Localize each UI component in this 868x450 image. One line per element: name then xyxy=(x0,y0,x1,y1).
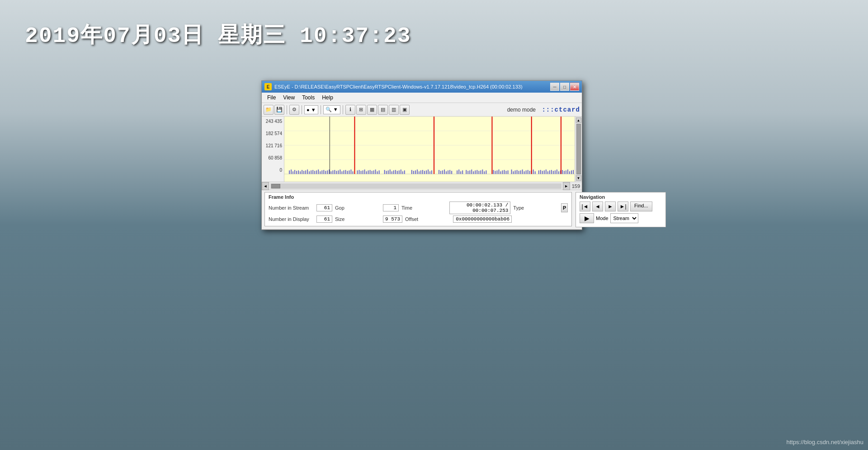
svg-rect-124 xyxy=(535,171,536,174)
svg-rect-5 xyxy=(289,170,290,174)
svg-rect-60 xyxy=(395,170,396,174)
tb-separator-2 xyxy=(302,105,302,114)
fi-row-stream: Number in Stream 61 Gop 1 Time 00:00:02.… xyxy=(269,202,568,214)
mode-select[interactable]: Stream Frame GOP xyxy=(610,213,638,223)
scroll-left-button[interactable]: ◄ xyxy=(262,182,269,190)
type-value: P xyxy=(563,205,566,211)
svg-rect-51 xyxy=(375,169,376,174)
svg-rect-31 xyxy=(336,171,337,174)
h-scroll-end: 159 xyxy=(570,183,582,189)
tb-layout4-button[interactable]: ▣ xyxy=(400,105,410,115)
menu-view[interactable]: View xyxy=(279,94,298,102)
svg-rect-39 xyxy=(350,169,351,174)
tb-open-button[interactable]: 📁 xyxy=(264,105,274,115)
svg-rect-101 xyxy=(486,170,486,174)
frame-info-title: Frame Info xyxy=(269,194,568,200)
h-scroll-track[interactable] xyxy=(270,183,561,189)
mode-label: Mode xyxy=(596,216,609,221)
scroll-down-button[interactable]: ▼ xyxy=(576,175,581,181)
svg-rect-113 xyxy=(515,170,516,174)
navigation-title: Navigation xyxy=(580,194,662,200)
tb-separator-4 xyxy=(343,105,343,114)
svg-rect-74 xyxy=(426,170,427,174)
y-axis-3: 182 574 xyxy=(264,131,282,136)
svg-rect-11 xyxy=(300,171,301,174)
maximize-button[interactable]: □ xyxy=(560,83,569,91)
svg-rect-96 xyxy=(476,170,477,174)
svg-rect-123 xyxy=(533,169,534,174)
gop-label: Gop xyxy=(335,205,380,211)
svg-rect-46 xyxy=(366,171,367,174)
svg-rect-88 xyxy=(460,171,461,174)
svg-rect-116 xyxy=(520,170,521,174)
nav-prev-button[interactable]: ◄ xyxy=(592,202,603,211)
svg-rect-134 xyxy=(555,170,556,174)
number-in-stream-value: 61 xyxy=(316,204,332,211)
svg-rect-106 xyxy=(500,171,501,174)
svg-rect-62 xyxy=(399,170,400,174)
tb-settings-button[interactable]: ⚙ xyxy=(289,105,299,115)
svg-rect-140 xyxy=(566,170,566,174)
svg-rect-118 xyxy=(524,171,525,174)
svg-rect-56 xyxy=(388,170,389,174)
tb-separator-1 xyxy=(287,105,287,114)
nav-find-button[interactable]: Find... xyxy=(630,202,652,211)
svg-rect-34 xyxy=(341,171,342,174)
window-title: ESEyE - D:\RELEASE\EasyRTSPClient\EasyRT… xyxy=(274,84,523,89)
nav-play-button[interactable]: ▶ xyxy=(580,213,594,223)
svg-rect-67 xyxy=(413,171,414,174)
size-value: 9 573 xyxy=(383,216,402,223)
tb-grid-button[interactable]: ⊞ xyxy=(356,105,366,115)
svg-rect-49 xyxy=(372,171,373,174)
svg-rect-59 xyxy=(393,170,394,174)
type-p-button[interactable]: P xyxy=(561,203,568,212)
menu-help[interactable]: Help xyxy=(318,94,337,102)
y-axis-0: 0 xyxy=(264,168,282,173)
frame-info-area: Frame Info Number in Stream 61 Gop 1 Tim… xyxy=(262,190,582,230)
menu-tools[interactable]: Tools xyxy=(298,94,318,102)
tb-layout3-button[interactable]: ▥ xyxy=(389,105,399,115)
svg-rect-29 xyxy=(332,170,333,174)
svg-rect-20 xyxy=(316,170,317,174)
tb-save-button[interactable]: 💾 xyxy=(274,105,284,115)
demo-mode-text: demo mode xyxy=(507,107,536,113)
svg-rect-9 xyxy=(296,171,297,174)
svg-rect-38 xyxy=(349,170,349,174)
tb-layout2-button[interactable]: ▤ xyxy=(378,105,388,115)
svg-rect-15 xyxy=(307,169,308,174)
tb-color-dropdown[interactable]: ● ▼ xyxy=(304,105,318,114)
svg-rect-37 xyxy=(347,171,348,174)
nav-next-button[interactable]: ► xyxy=(605,202,616,211)
scroll-up-button[interactable]: ▲ xyxy=(576,117,581,123)
svg-rect-95 xyxy=(475,170,476,174)
chart-main[interactable] xyxy=(284,117,575,182)
svg-rect-115 xyxy=(519,171,519,174)
tb-layout1-button[interactable]: ▦ xyxy=(367,105,377,115)
svg-rect-71 xyxy=(420,170,421,174)
svg-rect-94 xyxy=(473,171,474,174)
title-bar: E ESEyE - D:\RELEASE\EasyRTSPClient\Easy… xyxy=(262,81,582,93)
menu-file[interactable]: File xyxy=(264,94,279,102)
svg-rect-131 xyxy=(549,170,550,174)
tb-zoom-dropdown[interactable]: 🔍 ▼ xyxy=(323,105,340,114)
svg-rect-28 xyxy=(330,171,331,174)
svg-rect-120 xyxy=(528,170,528,174)
svg-rect-69 xyxy=(417,169,418,174)
svg-rect-99 xyxy=(482,169,483,174)
nav-last-button[interactable]: ►| xyxy=(618,202,628,211)
nav-first-button[interactable]: |◄ xyxy=(580,202,590,211)
y-axis-2: 121 716 xyxy=(264,143,282,148)
scroll-thumb[interactable] xyxy=(576,124,581,174)
h-scroll-thumb[interactable] xyxy=(271,184,280,188)
svg-rect-45 xyxy=(364,169,365,174)
svg-rect-81 xyxy=(444,169,445,174)
tb-info-button[interactable]: ℹ xyxy=(345,105,355,115)
minimize-button[interactable]: ─ xyxy=(550,83,559,91)
svg-rect-25 xyxy=(325,171,326,174)
scroll-right-button[interactable]: ► xyxy=(563,182,570,190)
svg-rect-8 xyxy=(294,170,295,174)
svg-rect-85 xyxy=(451,171,452,174)
close-button[interactable]: ✕ xyxy=(570,83,579,91)
navigation-box: Navigation |◄ ◄ ► ►| Find... ▶ Mode Stre… xyxy=(576,192,666,227)
chart-y-axis: 243 435 182 574 121 716 60 858 0 xyxy=(262,117,284,182)
